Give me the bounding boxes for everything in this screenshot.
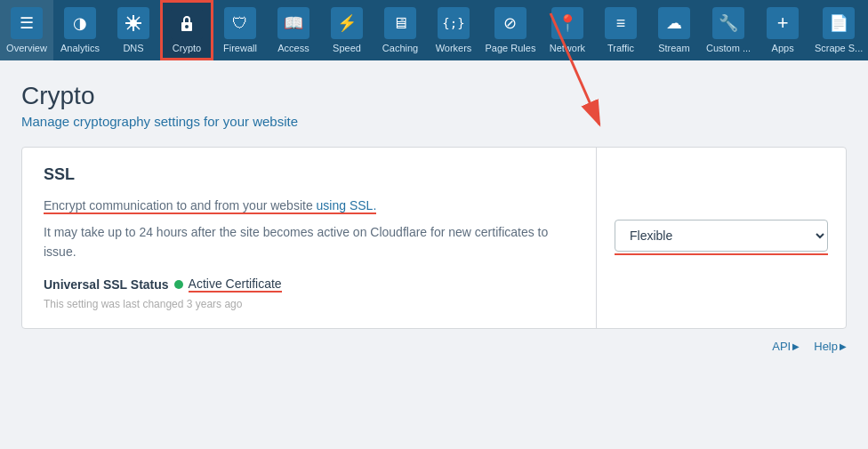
- nav-workers-label: Workers: [436, 43, 472, 53]
- nav-speed[interactable]: ⚡ Speed: [320, 0, 374, 60]
- nav-access[interactable]: 📖 Access: [267, 0, 320, 60]
- nav-dns[interactable]: DNS: [107, 0, 160, 60]
- nav-analytics[interactable]: ◑ Analytics: [53, 0, 107, 60]
- help-chevron-icon: ▶: [840, 341, 847, 351]
- encrypt-text: Encrypt communication to and from your w…: [44, 198, 376, 214]
- nav-dns-label: DNS: [123, 43, 143, 53]
- nav-apps[interactable]: + Apps: [756, 0, 809, 60]
- nav-firewall[interactable]: 🛡 Firewall: [213, 0, 267, 60]
- nav-network[interactable]: 📍 Network: [541, 0, 594, 60]
- last-changed-text: This setting was last changed 3 years ag…: [44, 298, 575, 310]
- apps-icon: +: [767, 7, 799, 39]
- nav-apps-label: Apps: [772, 43, 794, 53]
- firewall-icon: 🛡: [224, 7, 256, 39]
- ssl-card-title: SSL: [44, 165, 575, 184]
- speed-icon: ⚡: [331, 7, 363, 39]
- encrypt-prefix: Encrypt communication to and from your w…: [44, 198, 317, 212]
- ssl-status-row: Universal SSL Status Active Certificate: [44, 277, 575, 293]
- ssl-description: Encrypt communication to and from your w…: [44, 196, 575, 215]
- api-chevron-icon: ▶: [792, 341, 800, 351]
- page-subtitle: Manage cryptography settings for your we…: [21, 114, 847, 129]
- dns-icon: [117, 7, 149, 39]
- traffic-icon: ≡: [605, 7, 637, 39]
- ssl-mode-select[interactable]: Off Flexible Full Full (Strict): [615, 220, 828, 252]
- access-icon: 📖: [277, 7, 309, 39]
- ssl-status-label: Universal SSL Status: [44, 277, 169, 292]
- nav-crypto-label: Crypto: [173, 43, 201, 53]
- analytics-icon: ◑: [64, 7, 96, 39]
- nav-scrape[interactable]: 📄 Scrape S...: [809, 0, 868, 60]
- nav-analytics-label: Analytics: [60, 43, 100, 53]
- nav-overview-label: Overview: [6, 43, 47, 53]
- nav-pagerules-label: Page Rules: [486, 43, 536, 53]
- nav-workers[interactable]: {;} Workers: [427, 0, 480, 60]
- top-navigation: ☰ Overview ◑ Analytics DNS Crypto 🛡 Fire…: [0, 0, 868, 60]
- bottom-bar: API ▶ Help ▶: [0, 329, 868, 364]
- nav-stream[interactable]: ☁ Stream: [647, 0, 701, 60]
- nav-pagerules[interactable]: ⊘ Page Rules: [480, 0, 541, 60]
- api-link[interactable]: API ▶: [772, 340, 800, 353]
- stream-icon: ☁: [658, 7, 690, 39]
- page-title: Crypto: [21, 82, 847, 110]
- nav-caching-label: Caching: [382, 43, 418, 53]
- ssl-card-body: SSL Encrypt communication to and from yo…: [22, 148, 597, 328]
- status-dot: [174, 280, 183, 289]
- nav-traffic-label: Traffic: [607, 43, 634, 53]
- nav-custom[interactable]: 🔧 Custom ...: [701, 0, 756, 60]
- nav-network-label: Network: [550, 43, 585, 53]
- svg-point-6: [185, 25, 189, 28]
- overview-icon: ☰: [11, 7, 43, 39]
- nav-traffic[interactable]: ≡ Traffic: [594, 0, 647, 60]
- status-active-text: Active Certificate: [189, 277, 282, 293]
- nav-scrape-label: Scrape S...: [815, 43, 863, 53]
- nav-overview[interactable]: ☰ Overview: [0, 0, 53, 60]
- select-underline: [615, 253, 828, 255]
- workers-icon: {;}: [438, 7, 470, 39]
- ssl-note: It may take up to 24 hours after the sit…: [44, 222, 575, 262]
- scrape-icon: 📄: [823, 7, 855, 39]
- crypto-icon: [171, 7, 203, 39]
- custom-icon: 🔧: [712, 7, 744, 39]
- ssl-link[interactable]: using SSL.: [317, 198, 377, 212]
- caching-icon: 🖥: [384, 7, 416, 39]
- help-link[interactable]: Help ▶: [814, 340, 847, 353]
- nav-stream-label: Stream: [658, 43, 689, 53]
- nav-caching[interactable]: 🖥 Caching: [374, 0, 427, 60]
- page-content: Crypto Manage cryptography settings for …: [0, 60, 868, 329]
- ssl-card-control: Off Flexible Full Full (Strict): [597, 148, 846, 328]
- ssl-card: SSL Encrypt communication to and from yo…: [21, 147, 847, 329]
- nav-firewall-label: Firewall: [223, 43, 257, 53]
- nav-custom-label: Custom ...: [706, 43, 751, 53]
- nav-access-label: Access: [277, 43, 309, 53]
- nav-speed-label: Speed: [333, 43, 361, 53]
- network-icon: 📍: [551, 7, 583, 39]
- nav-crypto[interactable]: Crypto: [160, 0, 213, 60]
- pagerules-icon: ⊘: [494, 7, 526, 39]
